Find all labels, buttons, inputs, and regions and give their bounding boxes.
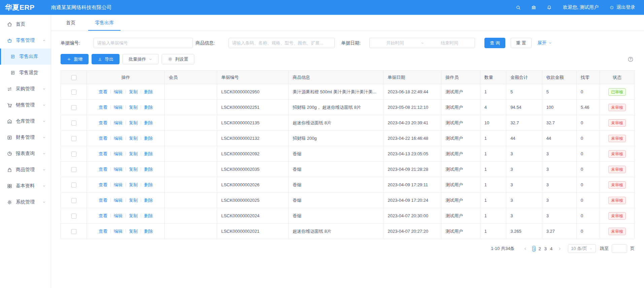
- row-actions-cell: 查看编辑复制删除: [87, 115, 165, 131]
- status-badge: 未审核: [608, 197, 626, 204]
- copy-link[interactable]: 复制: [129, 151, 138, 156]
- page-button-3[interactable]: 3: [544, 246, 547, 252]
- row-checkbox[interactable]: [71, 167, 76, 172]
- logout-button[interactable]: 退出登录: [609, 4, 635, 10]
- copy-link[interactable]: 复制: [129, 213, 138, 218]
- view-link[interactable]: 查看: [99, 89, 107, 94]
- sidebar-item-basic-data[interactable]: 基本资料: [0, 178, 51, 194]
- reset-button[interactable]: 重 置: [511, 38, 532, 48]
- sidebar-item-goods-management[interactable]: 商品管理: [0, 162, 51, 178]
- view-link[interactable]: 查看: [99, 167, 107, 172]
- date-end-input[interactable]: [424, 38, 475, 47]
- view-link[interactable]: 查看: [99, 151, 107, 156]
- copy-link[interactable]: 复制: [129, 89, 138, 94]
- view-link[interactable]: 查看: [99, 229, 107, 234]
- search-icon[interactable]: [510, 5, 526, 10]
- link-divider: [126, 198, 126, 202]
- prev-page-button[interactable]: [521, 245, 530, 253]
- row-checkbox[interactable]: [71, 198, 76, 203]
- sidebar-item-system-management[interactable]: 系统管理: [0, 194, 51, 210]
- edit-link[interactable]: 编辑: [114, 151, 123, 156]
- tab-retail-outbound[interactable]: 零售出库: [88, 20, 121, 31]
- delete-link[interactable]: 删除: [144, 213, 153, 218]
- batch-operations-button[interactable]: 批量操作: [123, 54, 159, 64]
- cell-status: 未审核: [600, 115, 635, 131]
- view-link[interactable]: 查看: [99, 213, 107, 218]
- sidebar-item-finance-management[interactable]: 财务管理: [0, 129, 51, 146]
- edit-link[interactable]: 编辑: [114, 213, 123, 218]
- delete-link[interactable]: 删除: [144, 167, 153, 172]
- page-size-select[interactable]: 10 条/页: [568, 244, 596, 253]
- row-checkbox[interactable]: [71, 214, 76, 219]
- add-button[interactable]: 新增: [61, 54, 89, 64]
- select-all-checkbox[interactable]: [71, 75, 76, 80]
- row-checkbox[interactable]: [71, 90, 76, 95]
- copy-link[interactable]: 复制: [129, 136, 138, 141]
- tab-home[interactable]: 首页: [59, 20, 82, 31]
- delete-link[interactable]: 删除: [144, 89, 153, 94]
- bill-no-input[interactable]: [94, 38, 193, 48]
- row-checkbox[interactable]: [71, 152, 76, 157]
- delete-link[interactable]: 删除: [144, 198, 153, 203]
- jump-to-input[interactable]: [612, 244, 627, 253]
- copy-link[interactable]: 复制: [129, 167, 138, 172]
- row-checkbox[interactable]: [71, 121, 76, 126]
- edit-link[interactable]: 编辑: [114, 198, 123, 203]
- delete-link[interactable]: 删除: [144, 120, 153, 125]
- view-link[interactable]: 查看: [99, 136, 107, 141]
- app-logo: 华夏ERP: [0, 3, 35, 12]
- copy-link[interactable]: 复制: [129, 105, 138, 110]
- expand-link[interactable]: 展开: [538, 40, 552, 46]
- edit-link[interactable]: 编辑: [114, 229, 123, 234]
- copy-link[interactable]: 复制: [129, 229, 138, 234]
- notification-bell-icon[interactable]: [541, 5, 557, 10]
- copy-link[interactable]: 复制: [129, 120, 138, 125]
- delete-link[interactable]: 删除: [144, 151, 153, 156]
- view-link[interactable]: 查看: [99, 198, 107, 203]
- sidebar-item-retail-return[interactable]: 零售退货: [0, 65, 51, 81]
- date-start-input[interactable]: [370, 38, 420, 47]
- sidebar-item-retail-management[interactable]: 零售管理: [0, 32, 51, 49]
- column-settings-button[interactable]: 列设置: [162, 54, 194, 64]
- row-checkbox[interactable]: [71, 229, 76, 234]
- edit-link[interactable]: 编辑: [114, 89, 123, 94]
- page-button-4[interactable]: 4: [550, 246, 553, 252]
- export-button[interactable]: 导出: [92, 54, 120, 64]
- delete-link[interactable]: 删除: [144, 229, 153, 234]
- page-button-2[interactable]: 2: [538, 246, 541, 252]
- copy-link[interactable]: 复制: [129, 198, 138, 203]
- edit-link[interactable]: 编辑: [114, 136, 123, 141]
- date-range-picker[interactable]: ~: [369, 38, 475, 48]
- search-button[interactable]: 查 询: [484, 38, 505, 48]
- sidebar-item-warehouse-management[interactable]: 仓库管理: [0, 113, 51, 129]
- row-checkbox[interactable]: [71, 183, 76, 188]
- delete-link[interactable]: 删除: [144, 136, 153, 141]
- delete-link[interactable]: 删除: [144, 105, 153, 110]
- link-divider: [141, 136, 141, 140]
- next-page-button[interactable]: [555, 245, 564, 253]
- view-link[interactable]: 查看: [99, 105, 107, 110]
- edit-link[interactable]: 编辑: [114, 105, 123, 110]
- sidebar-item-report-query[interactable]: 报表查询: [0, 146, 51, 162]
- sidebar-item-home[interactable]: 首页: [0, 16, 51, 32]
- edit-link[interactable]: 编辑: [114, 167, 123, 172]
- row-checkbox[interactable]: [71, 105, 76, 110]
- product-info-input[interactable]: [229, 38, 335, 48]
- view-link[interactable]: 查看: [99, 182, 107, 187]
- row-checkbox[interactable]: [71, 136, 76, 141]
- sidebar-item-purchase-management[interactable]: 采购管理: [0, 81, 51, 97]
- help-icon[interactable]: [627, 56, 634, 63]
- sidebar-item-retail-outbound[interactable]: 零售出库: [0, 49, 51, 65]
- edit-link[interactable]: 编辑: [114, 120, 123, 125]
- bank-icon[interactable]: [526, 5, 541, 10]
- view-link[interactable]: 查看: [99, 120, 107, 125]
- delete-link[interactable]: 删除: [144, 182, 153, 187]
- cell-product: 香烟: [289, 146, 383, 162]
- edit-link[interactable]: 编辑: [114, 182, 123, 187]
- expand-label: 展开: [538, 40, 547, 46]
- sidebar-item-sales-management[interactable]: 销售管理: [0, 97, 51, 113]
- sidebar-item-label: 仓库管理: [16, 118, 42, 124]
- page-button-1[interactable]: 1: [532, 246, 535, 252]
- copy-link[interactable]: 复制: [129, 182, 138, 187]
- status-badge: 已审核: [608, 88, 626, 96]
